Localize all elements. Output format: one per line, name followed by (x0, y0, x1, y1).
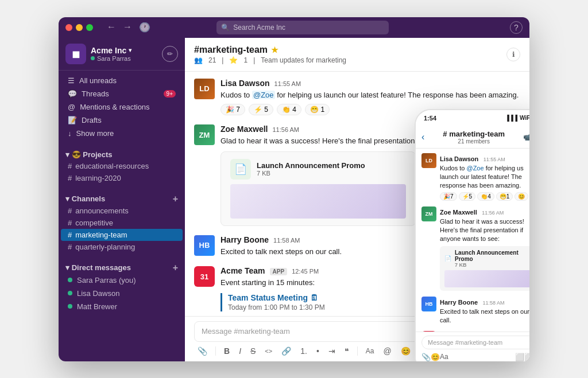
star-count-icon: ⭐ (229, 56, 238, 64)
phone-reaction[interactable]: 😊 (514, 192, 528, 201)
avatar-zoe: ZM (194, 124, 215, 145)
phone-emoji-icon[interactable]: 😊 (431, 353, 440, 361)
dm-sara-parras[interactable]: Sara Parras (you) (61, 274, 183, 287)
file-info: Launch Announcement Promo 7 KB (257, 161, 365, 177)
phone-header-buttons: 📹 ℹ (523, 133, 529, 141)
phone-msg-header: Harry Boone 11:58 AM (440, 297, 529, 307)
phone-msg-text: Excited to talk next steps on our call. (440, 307, 529, 325)
phone-input-placeholder: Message #marketing-team (428, 339, 502, 346)
strikethrough-button[interactable]: S (248, 345, 258, 357)
phone-send-button-1[interactable]: ⬜ (515, 353, 524, 361)
file-size: 7 KB (257, 170, 365, 177)
sender-name: Zoe Maxwell (220, 124, 268, 134)
indent-button[interactable]: ⇥ (326, 345, 338, 357)
maximize-button[interactable] (86, 24, 93, 31)
file-name: Launch Announcement Promo (257, 161, 365, 170)
online-indicator (68, 304, 72, 309)
channels-header[interactable]: ▾ Channels + (59, 191, 185, 205)
attach-button[interactable]: 📎 (195, 345, 210, 357)
phone-reaction[interactable]: ⚡5 (459, 192, 476, 201)
phone-channel-sub: 21 members (443, 138, 505, 145)
phone-sender: Harry Boone (440, 299, 478, 306)
reaction-item[interactable]: 🎉 7 (220, 104, 245, 115)
phone-back-icon[interactable]: ‹ (421, 132, 424, 142)
channel-marketing-team[interactable]: # marketing-team (61, 229, 183, 241)
workspace-info: Acme Inc ▾ Sara Parras (91, 46, 131, 62)
phone-status-icons: ▐▐▐ WiFi ▮ (505, 115, 529, 121)
ordered-list-button[interactable]: 1. (298, 345, 310, 357)
phone-message-input[interactable]: Message #marketing-team (421, 336, 529, 349)
projects-header[interactable]: ▾ 😎 Projects (59, 147, 185, 160)
history-button[interactable]: 🕐 (137, 21, 153, 34)
phone-send-button-2[interactable]: ⬜ (524, 353, 529, 361)
compose-button[interactable]: ✏ (162, 46, 178, 62)
add-dm-button[interactable]: + (173, 263, 178, 272)
phone-msg-header: Zoe Maxwell 11:56 AM (440, 206, 529, 217)
back-button[interactable]: ← (105, 21, 118, 34)
channel-star-icon: ★ (271, 45, 278, 54)
bold-button[interactable]: B (222, 345, 232, 357)
sender-name: Acme Team (220, 266, 265, 275)
channel-announcements[interactable]: # announcements (61, 205, 183, 217)
reaction-item[interactable]: 👏 4 (277, 104, 301, 115)
dm-lisa-dawson[interactable]: Lisa Dawson (61, 287, 183, 300)
phone-attach-icon[interactable]: 📎 (421, 353, 431, 361)
italic-button[interactable]: I (237, 345, 243, 357)
channel-learning-2020[interactable]: # learning-2020 (61, 172, 183, 184)
sidebar-item-show-more[interactable]: ↓ Show more (61, 127, 183, 140)
dm-header[interactable]: ▾ Direct messages + (59, 260, 185, 274)
reaction-item[interactable]: 😁 1 (305, 104, 330, 115)
hash-icon: # (68, 162, 72, 170)
channel-educational-resources[interactable]: # educational-resources (61, 160, 183, 172)
sidebar-item-all-unreads[interactable]: ☰ All unreads (61, 74, 183, 87)
message-time: 11:55 AM (274, 80, 301, 87)
phone-reaction[interactable]: 👏4 (477, 192, 494, 201)
message-header: Lisa Dawson 11:55 AM (220, 79, 520, 88)
threads-badge: 9+ (164, 90, 176, 98)
format-button[interactable]: Aa (363, 346, 377, 356)
search-bar[interactable]: 🔍 Search Acme Inc (216, 21, 389, 34)
channel-label: learning-2020 (75, 174, 121, 182)
sidebar-item-threads[interactable]: 💬 Threads 9+ (61, 87, 183, 100)
file-attachment[interactable]: 📄 Launch Announcement Promo 7 KB (220, 151, 416, 226)
title-bar: ← → 🕐 🔍 Search Acme Inc ? (59, 17, 529, 38)
link-button[interactable]: 🔗 (279, 345, 293, 357)
forward-button[interactable]: → (121, 21, 134, 34)
phone-toolbar: 📎 😊 Aa ⬜ ⬜ ➤ (421, 352, 529, 361)
mention-button[interactable]: @ (381, 345, 394, 357)
file-icon: 📄 (444, 255, 451, 262)
info-button[interactable]: ℹ (506, 48, 520, 61)
sidebar-item-mentions[interactable]: @ Mentions & reactions (61, 100, 183, 114)
drafts-icon: 📝 (68, 116, 77, 124)
minimize-button[interactable] (76, 24, 83, 31)
channels-label: Channels (72, 194, 106, 203)
toolbar-separator (215, 346, 216, 356)
sidebar-item-drafts[interactable]: 📝 Drafts (61, 114, 183, 127)
online-indicator (91, 56, 95, 60)
add-channel-button[interactable]: + (173, 194, 178, 204)
workspace-name[interactable]: Acme Inc ▾ (91, 46, 131, 55)
phone-avatar-lisa: LD (421, 153, 436, 168)
phone-video-icon[interactable]: 📹 (523, 133, 529, 141)
reaction-item[interactable]: ⚡ 5 (249, 104, 273, 115)
all-unreads-icon: ☰ (68, 76, 75, 85)
phone-reaction[interactable]: 😁1 (496, 192, 513, 201)
unordered-list-button[interactable]: • (314, 345, 322, 357)
phone-file-attachment[interactable]: 📄 Launch Announcement Promo 7 KB (440, 246, 529, 291)
online-indicator (68, 278, 72, 282)
channel-label: competitive (75, 219, 113, 227)
phone-format-icon[interactable]: Aa (440, 353, 448, 361)
workspace-header: ◼ Acme Inc ▾ Sara Parras ✏ (59, 38, 185, 71)
channel-label: educational-resources (75, 162, 149, 170)
channel-competitive[interactable]: # competitive (61, 217, 183, 229)
workspace-icon: ◼ (65, 44, 86, 64)
phone-reaction[interactable]: 🎉7 (440, 192, 457, 201)
channel-quarterly-planning[interactable]: # quarterly-planning (61, 241, 183, 253)
dm-matt-brewer[interactable]: Matt Brewer (61, 300, 183, 313)
emoji-button[interactable]: 😊 (399, 345, 413, 357)
wifi-icon: WiFi (520, 115, 529, 121)
quote-button[interactable]: ❝ (342, 345, 351, 357)
code-button[interactable]: <> (262, 346, 274, 356)
help-button[interactable]: ? (510, 21, 523, 34)
close-button[interactable] (65, 24, 72, 31)
